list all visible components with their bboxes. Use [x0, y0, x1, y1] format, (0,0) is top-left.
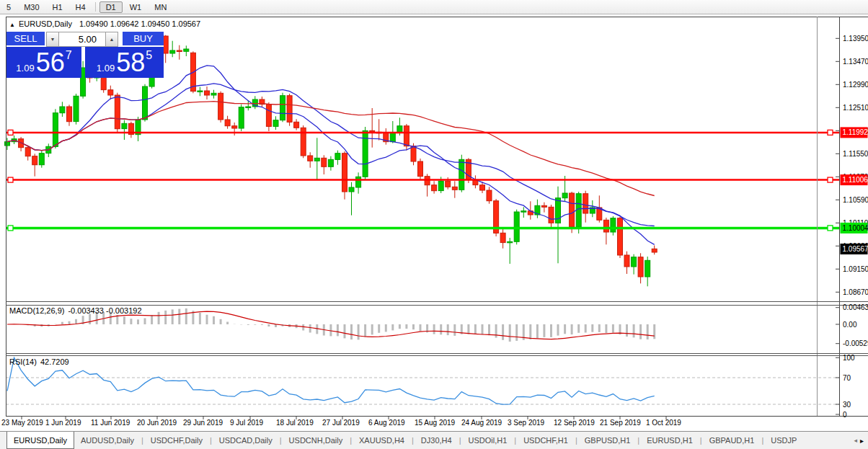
candle	[12, 135, 17, 144]
chart-ohlc-values: 1.09490 1.09642 1.09450 1.09567	[79, 19, 200, 28]
one-click-trading-panel: SELL ▼ 5.00 ▲ BUY 1.09 56 7 1.09 58 5	[6, 32, 164, 78]
line-handle[interactable]	[828, 226, 833, 231]
trade-panel-controls: SELL ▼ 5.00 ▲ BUY	[6, 32, 164, 47]
line-handle[interactable]	[8, 226, 13, 231]
sell-button[interactable]: SELL	[6, 32, 45, 47]
candle	[535, 200, 540, 218]
price-badge: 1.11006	[841, 174, 868, 185]
candle	[122, 120, 127, 140]
moving-average-line-50	[7, 102, 655, 196]
chart-tab-eurusd-h1[interactable]: EURUSD,H1	[640, 432, 699, 449]
timeframe-button-m30[interactable]: M30	[17, 1, 45, 13]
candle	[624, 252, 629, 274]
timeframe-button-h1[interactable]: H1	[46, 1, 69, 13]
date-axis-label: 29 Jun 2019	[183, 419, 223, 427]
chart-title: ▲EURUSD,Daily1.09490 1.09642 1.09450 1.0…	[9, 19, 200, 28]
candle	[638, 253, 643, 283]
chart-tab-usdcad-daily[interactable]: USDCAD,Daily	[213, 432, 279, 449]
candle	[583, 191, 588, 223]
candle	[335, 151, 340, 165]
candle	[376, 119, 381, 140]
sell-price-display[interactable]: 1.09 56 7	[6, 47, 81, 78]
date-axis-label: 21 Sep 2019	[600, 419, 641, 427]
chart-tab-list: EURUSD,DailyAUDUSD,Daily|USDCHF,Daily|US…	[6, 432, 803, 449]
volume-increase-button[interactable]: ▲	[105, 32, 118, 47]
candle	[252, 96, 257, 109]
candle	[225, 116, 230, 129]
candle	[53, 109, 58, 148]
date-axis-label: 15 Aug 2019	[415, 419, 456, 427]
timeframe-button-d1[interactable]: D1	[99, 1, 123, 13]
chart-tab-bar: EURUSD,DailyAUDUSD,Daily|USDCHF,Daily|US…	[0, 431, 868, 449]
y-axis-label: -0.00529	[843, 339, 868, 347]
chart-tab-usdchf-h1[interactable]: USDCHF,H1	[517, 432, 575, 449]
date-axis-label: 1 Oct 2019	[646, 419, 681, 427]
candle	[342, 151, 347, 200]
y-axis-label: 100	[843, 354, 855, 362]
y-axis-label: 1.08670	[843, 288, 868, 296]
candle	[528, 201, 533, 219]
candle	[322, 155, 327, 174]
chart-tab-eurusd-daily[interactable]: EURUSD,Daily	[6, 432, 74, 449]
price-badge: 1.10004	[841, 223, 868, 234]
y-axis-label: 1.13470	[843, 58, 868, 66]
sell-price-sup: 7	[66, 49, 72, 62]
candle	[632, 254, 637, 275]
sell-price-small: 1.09	[16, 63, 34, 74]
timeframe-button-w1[interactable]: W1	[123, 1, 149, 13]
buy-price-sup: 5	[146, 49, 152, 62]
timeframe-button-mn[interactable]: MN	[148, 1, 173, 13]
candle	[163, 35, 168, 63]
chevron-up-icon: ▲	[110, 37, 115, 42]
chart-tab-audusd-daily[interactable]: AUDUSD,Daily	[74, 432, 141, 449]
chart-tab-dj30-h4[interactable]: DJ30,H4	[415, 432, 459, 449]
candle	[521, 207, 526, 218]
date-axis-label: 27 Jul 2019	[322, 419, 360, 427]
timeframe-button-h4[interactable]: H4	[69, 1, 92, 13]
volume-input[interactable]: 5.00	[59, 32, 105, 47]
candle	[404, 124, 409, 151]
candle	[618, 217, 623, 258]
tab-scroll-right-icon[interactable]: ▸	[860, 437, 864, 445]
candle	[177, 45, 182, 60]
candle	[232, 123, 237, 135]
chart-symbol-period: EURUSD,Daily	[19, 19, 72, 28]
svg-text:1.11006: 1.11006	[843, 176, 868, 184]
date-axis-label: 3 Sep 2019	[508, 419, 545, 427]
price-badge: 1.09567	[841, 244, 868, 254]
timeframe-button-5[interactable]: 5	[0, 1, 17, 13]
chart-tab-usdchf-daily[interactable]: USDCHF,Daily	[144, 432, 209, 449]
candle	[67, 105, 72, 125]
y-axis-label: 0.00463	[843, 303, 868, 311]
chart-tab-usdcnh-daily[interactable]: USDCNH,Daily	[283, 432, 350, 449]
candle	[452, 181, 457, 197]
candle	[549, 205, 554, 227]
line-handle[interactable]	[828, 177, 833, 182]
tab-scroll-controls: ◂ ▸	[851, 432, 866, 449]
candle	[260, 97, 265, 107]
candle	[136, 117, 141, 141]
line-handle[interactable]	[828, 130, 833, 135]
candle	[425, 174, 430, 196]
chevron-down-icon: ▼	[50, 37, 56, 42]
candle	[652, 246, 657, 255]
line-handle[interactable]	[8, 177, 13, 182]
buy-price-display[interactable]: 1.09 58 5	[85, 47, 164, 78]
candle	[349, 182, 354, 215]
collapse-arrow-icon[interactable]: ▲	[9, 22, 15, 28]
candle	[294, 119, 299, 130]
chart-tab-xauusd-h4[interactable]: XAUUSD,H4	[353, 432, 411, 449]
candle	[211, 90, 216, 99]
volume-decrease-button[interactable]: ▼	[46, 32, 59, 47]
candle	[266, 102, 271, 131]
buy-price-big: 58	[116, 49, 145, 76]
toolbar-divider	[95, 2, 96, 12]
chart-tab-gbpaud-h1[interactable]: GBPAUD,H1	[703, 432, 761, 449]
chart-tab-usdoil-h1[interactable]: USDOil,H1	[462, 432, 514, 449]
rsi-indicator-label: RSI(14)42.7209	[9, 357, 69, 366]
line-handle[interactable]	[8, 130, 13, 135]
buy-button[interactable]: BUY	[123, 32, 164, 47]
chart-tab-usdjp[interactable]: USDJP	[764, 432, 803, 449]
tab-scroll-left-icon[interactable]: ◂	[854, 437, 857, 444]
chart-tab-gbpusd-h1[interactable]: GBPUSD,H1	[578, 432, 637, 449]
